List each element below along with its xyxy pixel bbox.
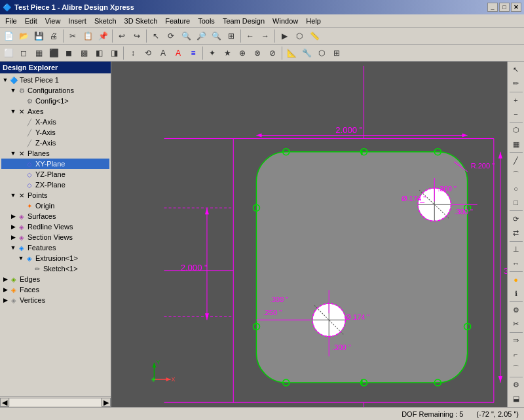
rt-gear[interactable]: ⚙ [509, 378, 523, 391]
rt-select[interactable]: ↖ [509, 63, 523, 76]
rt-view2[interactable]: ▦ [509, 138, 523, 151]
tb2-14[interactable]: ✦ [205, 46, 219, 60]
zoom-in-button[interactable]: 🔎 [194, 29, 208, 43]
rt-view1[interactable]: ⬡ [509, 124, 523, 137]
copy-button[interactable]: 📋 [81, 29, 95, 43]
tb2-8[interactable]: ◨ [107, 46, 121, 60]
scrollright-button[interactable]: ▶ [102, 398, 111, 407]
tb2-5[interactable]: ◼ [62, 46, 76, 60]
rt-zoom-minus[interactable]: − [509, 107, 523, 121]
tb2-11[interactable]: A [156, 46, 170, 60]
select-button[interactable]: ↖ [149, 29, 163, 43]
tb2-21[interactable]: ⬡ [314, 46, 329, 60]
tree-item-redlineviews[interactable]: ▶ ◈ Redline Views [1, 221, 109, 232]
rt-rect[interactable]: □ [509, 196, 523, 209]
tree-item-extrusion1[interactable]: ▼ ◈ Extrusion<1> [1, 253, 109, 263]
tree-item-zaxis[interactable]: ╱ Z-Axis [1, 138, 109, 148]
cut-button[interactable]: ✂ [66, 29, 80, 43]
menu-view[interactable]: View [41, 16, 65, 26]
rt-chamfer[interactable]: ⌐ [509, 348, 523, 361]
tree-item-zxplane[interactable]: ◇ ZX-Plane [1, 180, 109, 190]
tree-item-yzplane[interactable]: ◇ YZ-Plane [1, 169, 109, 180]
expander-axes[interactable]: ▼ [9, 108, 17, 115]
tb2-17[interactable]: ⊗ [250, 46, 265, 60]
tree-item-xaxis[interactable]: ╱ X-Axis [1, 117, 109, 127]
view3d-button[interactable]: ⬡ [292, 29, 307, 43]
menu-3dsketch[interactable]: 3D Sketch [121, 16, 162, 26]
rt-warning[interactable]: ● [509, 273, 523, 286]
rt-settings[interactable]: ⚙ [509, 303, 523, 316]
menu-sketch[interactable]: Sketch [90, 16, 121, 26]
menu-help[interactable]: Help [302, 16, 325, 26]
tb2-6[interactable]: ▩ [77, 46, 91, 60]
tb2-18[interactable]: ⊘ [265, 46, 280, 60]
rt-rotate[interactable]: ⟳ [509, 212, 523, 225]
rt-offset[interactable]: ⬓ [509, 392, 523, 406]
tb2-12[interactable]: A [171, 46, 185, 60]
tree-item-yaxis[interactable]: ╱ Y-Axis [1, 127, 109, 138]
maximize-button[interactable]: □ [499, 3, 510, 12]
rt-sketch[interactable]: ✏ [509, 77, 523, 90]
tree-item-edges[interactable]: ▶ ◈ Edges [1, 274, 109, 284]
close-button[interactable]: ✕ [511, 3, 521, 12]
expander-points[interactable]: ▼ [9, 192, 17, 199]
tb2-16[interactable]: ⊕ [235, 46, 250, 60]
tree-item-surfaces[interactable]: ▶ ◈ Surfaces [1, 211, 109, 221]
zoom-out-button[interactable]: 🔍 [209, 29, 223, 43]
expander-redlineviews[interactable]: ▶ [9, 223, 17, 230]
rotate-button[interactable]: ⟳ [164, 29, 178, 43]
rt-trim[interactable]: ✂ [509, 318, 523, 331]
tree-item-planes[interactable]: ▼ ✕ Planes [1, 148, 109, 159]
pointer-button[interactable]: ▶ [277, 29, 291, 43]
expander-faces[interactable]: ▶ [1, 286, 9, 293]
tree-item-configs[interactable]: ▼ ⚙ Configurations [1, 85, 109, 96]
expander-features[interactable]: ▼ [9, 244, 17, 251]
menu-insert[interactable]: Insert [64, 16, 90, 26]
rt-zoom-plus[interactable]: + [509, 93, 523, 106]
tree-item-features[interactable]: ▼ ◈ Features [1, 242, 109, 253]
canvas-area[interactable]: 2.000 " 3.000 " 2.000 " R.200 " .300 " .… [111, 62, 507, 407]
zoom-button[interactable]: 🔍 [179, 29, 193, 43]
rt-arc[interactable]: ⌒ [509, 168, 523, 181]
tree-item-points[interactable]: ▼ ✕ Points [1, 190, 109, 200]
expander-vertices[interactable]: ▶ [1, 297, 9, 303]
expander-extrusion1[interactable]: ▼ [17, 255, 25, 261]
tree-item-root[interactable]: ▼ 🔷 Test Piece 1 [1, 75, 109, 85]
tb2-7[interactable]: ◧ [92, 46, 106, 60]
tb2-13[interactable]: ≡ [186, 46, 200, 60]
rt-info[interactable]: ℹ [509, 287, 523, 300]
tb2-3[interactable]: ▦ [31, 46, 46, 60]
tree-item-faces[interactable]: ▶ ◈ Faces [1, 284, 109, 295]
forward-button[interactable]: → [258, 29, 272, 43]
rt-fillet[interactable]: ⌒ [509, 362, 523, 375]
tb2-2[interactable]: ◻ [16, 46, 31, 60]
menu-window[interactable]: Window [269, 16, 302, 26]
tb2-19[interactable]: 📐 [284, 46, 299, 60]
redo-button[interactable]: ↪ [130, 29, 144, 43]
paste-button[interactable]: 📌 [96, 29, 110, 43]
tb2-22[interactable]: ⊞ [329, 46, 344, 60]
zoom-fit-button[interactable]: ⊞ [224, 29, 238, 43]
expander-planes[interactable]: ▼ [9, 150, 17, 157]
expander-edges[interactable]: ▶ [1, 276, 9, 282]
minimize-button[interactable]: _ [487, 3, 498, 12]
back-button[interactable]: ← [243, 29, 257, 43]
tb2-9[interactable]: ↕ [126, 46, 140, 60]
tree-item-axes[interactable]: ▼ ✕ Axes [1, 106, 109, 117]
tb2-10[interactable]: ⟲ [141, 46, 155, 60]
expander-sectionviews[interactable]: ▶ [9, 234, 17, 240]
tree-item-vertices[interactable]: ▶ ◈ Vertices [1, 295, 109, 305]
tree-item-sketch1[interactable]: ✏ Sketch<1> [1, 263, 109, 274]
rt-circle[interactable]: ○ [509, 182, 523, 195]
undo-button[interactable]: ↩ [115, 29, 129, 43]
scrollleft-button[interactable]: ◀ [0, 398, 9, 407]
menu-edit[interactable]: Edit [21, 16, 41, 26]
measure-button[interactable]: 📏 [307, 29, 322, 43]
menu-teamdesign[interactable]: Team Design [219, 16, 269, 26]
expander-configs[interactable]: ▼ [9, 87, 17, 94]
tb2-1[interactable]: ⬜ [1, 46, 16, 60]
rt-dim[interactable]: ↔ [509, 257, 523, 270]
rt-line[interactable]: ╱ [509, 154, 523, 167]
hscroll-track[interactable] [10, 398, 101, 406]
rt-mirror[interactable]: ⇄ [509, 226, 523, 239]
